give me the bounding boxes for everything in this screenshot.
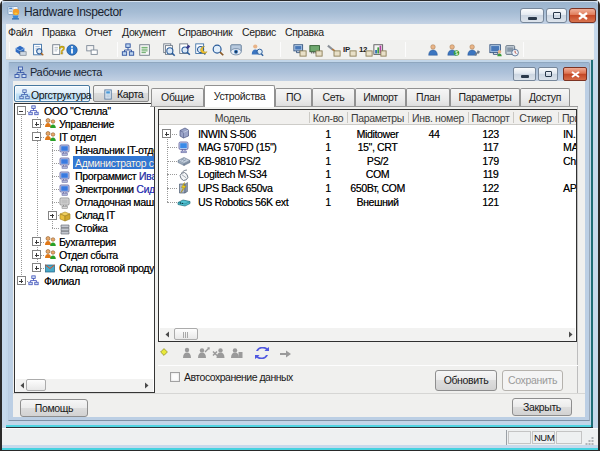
- svg-text:IP: IP: [343, 45, 350, 54]
